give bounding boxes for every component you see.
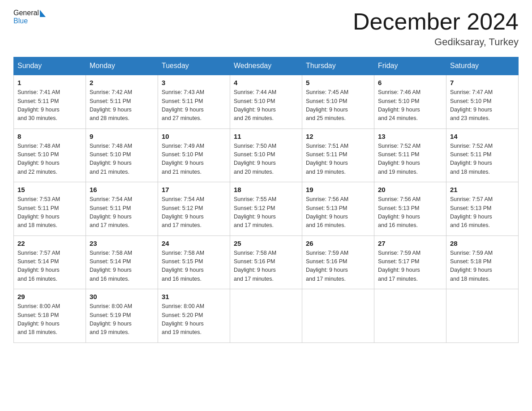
day-number: 1 <box>17 79 82 86</box>
day-info: Sunrise: 7:44 AMSunset: 5:10 PMDaylight:… <box>234 88 298 123</box>
day-number: 11 <box>234 133 298 140</box>
day-info: Sunrise: 7:59 AMSunset: 5:18 PMDaylight:… <box>450 249 515 284</box>
week-row-5: 29Sunrise: 8:00 AMSunset: 5:18 PMDayligh… <box>14 289 519 343</box>
calendar-cell: 9Sunrise: 7:48 AMSunset: 5:10 PMDaylight… <box>86 128 158 182</box>
day-info: Sunrise: 7:56 AMSunset: 5:13 PMDaylight:… <box>306 195 370 230</box>
calendar-cell: 25Sunrise: 7:58 AMSunset: 5:16 PMDayligh… <box>230 235 302 289</box>
calendar-cell: 19Sunrise: 7:56 AMSunset: 5:13 PMDayligh… <box>302 182 374 236</box>
day-number: 17 <box>162 186 226 193</box>
calendar-cell <box>374 289 446 343</box>
calendar-cell: 14Sunrise: 7:52 AMSunset: 5:11 PMDayligh… <box>446 128 519 182</box>
calendar-cell: 6Sunrise: 7:46 AMSunset: 5:10 PMDaylight… <box>374 75 446 128</box>
calendar-cell: 24Sunrise: 7:58 AMSunset: 5:15 PMDayligh… <box>158 235 230 289</box>
day-number: 28 <box>450 240 515 247</box>
logo: General Blue <box>13 9 46 25</box>
calendar-cell: 15Sunrise: 7:53 AMSunset: 5:11 PMDayligh… <box>14 182 86 236</box>
day-info: Sunrise: 7:57 AMSunset: 5:14 PMDaylight:… <box>17 249 82 284</box>
calendar-cell: 1Sunrise: 7:41 AMSunset: 5:11 PMDaylight… <box>14 75 86 128</box>
day-info: Sunrise: 7:49 AMSunset: 5:10 PMDaylight:… <box>162 142 226 177</box>
calendar-cell <box>302 289 374 343</box>
week-row-1: 1Sunrise: 7:41 AMSunset: 5:11 PMDaylight… <box>14 75 519 128</box>
day-number: 18 <box>234 186 298 193</box>
day-info: Sunrise: 7:52 AMSunset: 5:11 PMDaylight:… <box>378 142 442 177</box>
calendar-cell: 17Sunrise: 7:54 AMSunset: 5:12 PMDayligh… <box>158 182 230 236</box>
day-info: Sunrise: 7:45 AMSunset: 5:10 PMDaylight:… <box>306 88 370 123</box>
calendar-cell: 7Sunrise: 7:47 AMSunset: 5:10 PMDaylight… <box>446 75 519 128</box>
day-number: 10 <box>162 133 226 140</box>
header-saturday: Saturday <box>446 57 519 75</box>
day-number: 25 <box>234 240 298 247</box>
day-info: Sunrise: 7:54 AMSunset: 5:12 PMDaylight:… <box>162 195 226 230</box>
calendar-cell: 26Sunrise: 7:59 AMSunset: 5:16 PMDayligh… <box>302 235 374 289</box>
page-header: General Blue December 2024 Gediksaray, T… <box>13 9 519 48</box>
calendar-cell: 16Sunrise: 7:54 AMSunset: 5:11 PMDayligh… <box>86 182 158 236</box>
header-monday: Monday <box>86 57 158 75</box>
calendar-cell: 8Sunrise: 7:48 AMSunset: 5:10 PMDaylight… <box>14 128 86 182</box>
day-info: Sunrise: 7:52 AMSunset: 5:11 PMDaylight:… <box>450 142 515 177</box>
day-info: Sunrise: 7:54 AMSunset: 5:11 PMDaylight:… <box>90 195 154 230</box>
day-number: 19 <box>306 186 370 193</box>
day-info: Sunrise: 7:59 AMSunset: 5:16 PMDaylight:… <box>306 249 370 284</box>
day-info: Sunrise: 7:48 AMSunset: 5:10 PMDaylight:… <box>90 142 154 177</box>
logo-blue-text: Blue <box>13 17 28 25</box>
month-title: December 2024 <box>353 9 519 34</box>
calendar-cell: 13Sunrise: 7:52 AMSunset: 5:11 PMDayligh… <box>374 128 446 182</box>
calendar-table: SundayMondayTuesdayWednesdayThursdayFrid… <box>13 57 519 343</box>
calendar-header-row: SundayMondayTuesdayWednesdayThursdayFrid… <box>14 57 519 75</box>
day-info: Sunrise: 7:42 AMSunset: 5:11 PMDaylight:… <box>90 88 154 123</box>
calendar-cell: 27Sunrise: 7:59 AMSunset: 5:17 PMDayligh… <box>374 235 446 289</box>
calendar-cell: 10Sunrise: 7:49 AMSunset: 5:10 PMDayligh… <box>158 128 230 182</box>
day-number: 13 <box>378 133 442 140</box>
day-info: Sunrise: 7:51 AMSunset: 5:11 PMDaylight:… <box>306 142 370 177</box>
calendar-cell: 28Sunrise: 7:59 AMSunset: 5:18 PMDayligh… <box>446 235 519 289</box>
calendar-cell <box>230 289 302 343</box>
day-number: 16 <box>90 186 154 193</box>
day-number: 15 <box>17 186 82 193</box>
calendar-cell: 29Sunrise: 8:00 AMSunset: 5:18 PMDayligh… <box>14 289 86 343</box>
calendar-cell: 4Sunrise: 7:44 AMSunset: 5:10 PMDaylight… <box>230 75 302 128</box>
week-row-4: 22Sunrise: 7:57 AMSunset: 5:14 PMDayligh… <box>14 235 519 289</box>
day-info: Sunrise: 7:47 AMSunset: 5:10 PMDaylight:… <box>450 88 515 123</box>
day-number: 22 <box>17 240 82 247</box>
calendar-cell: 2Sunrise: 7:42 AMSunset: 5:11 PMDaylight… <box>86 75 158 128</box>
calendar-cell <box>446 289 519 343</box>
week-row-3: 15Sunrise: 7:53 AMSunset: 5:11 PMDayligh… <box>14 182 519 236</box>
calendar-cell: 31Sunrise: 8:00 AMSunset: 5:20 PMDayligh… <box>158 289 230 343</box>
calendar-cell: 12Sunrise: 7:51 AMSunset: 5:11 PMDayligh… <box>302 128 374 182</box>
calendar-cell: 30Sunrise: 8:00 AMSunset: 5:19 PMDayligh… <box>86 289 158 343</box>
header-sunday: Sunday <box>14 57 86 75</box>
calendar-cell: 22Sunrise: 7:57 AMSunset: 5:14 PMDayligh… <box>14 235 86 289</box>
day-info: Sunrise: 7:58 AMSunset: 5:16 PMDaylight:… <box>234 249 298 284</box>
logo-arrow-icon <box>40 10 46 17</box>
day-number: 14 <box>450 133 515 140</box>
day-number: 7 <box>450 79 515 86</box>
calendar-cell: 3Sunrise: 7:43 AMSunset: 5:11 PMDaylight… <box>158 75 230 128</box>
calendar-cell: 23Sunrise: 7:58 AMSunset: 5:14 PMDayligh… <box>86 235 158 289</box>
location-label: Gediksaray, Turkey <box>353 36 519 48</box>
day-info: Sunrise: 7:57 AMSunset: 5:13 PMDaylight:… <box>450 195 515 230</box>
day-number: 29 <box>17 293 82 300</box>
day-number: 26 <box>306 240 370 247</box>
day-info: Sunrise: 8:00 AMSunset: 5:19 PMDaylight:… <box>90 302 154 337</box>
calendar-cell: 18Sunrise: 7:55 AMSunset: 5:12 PMDayligh… <box>230 182 302 236</box>
day-number: 4 <box>234 79 298 86</box>
day-info: Sunrise: 7:48 AMSunset: 5:10 PMDaylight:… <box>17 142 82 177</box>
day-info: Sunrise: 8:00 AMSunset: 5:18 PMDaylight:… <box>17 302 82 337</box>
day-info: Sunrise: 7:41 AMSunset: 5:11 PMDaylight:… <box>17 88 82 123</box>
day-number: 5 <box>306 79 370 86</box>
day-info: Sunrise: 7:53 AMSunset: 5:11 PMDaylight:… <box>17 195 82 230</box>
day-info: Sunrise: 7:43 AMSunset: 5:11 PMDaylight:… <box>162 88 226 123</box>
day-number: 30 <box>90 293 154 300</box>
day-number: 24 <box>162 240 226 247</box>
calendar-cell: 20Sunrise: 7:56 AMSunset: 5:13 PMDayligh… <box>374 182 446 236</box>
day-info: Sunrise: 7:56 AMSunset: 5:13 PMDaylight:… <box>378 195 442 230</box>
day-number: 31 <box>162 293 226 300</box>
day-number: 8 <box>17 133 82 140</box>
calendar-cell: 21Sunrise: 7:57 AMSunset: 5:13 PMDayligh… <box>446 182 519 236</box>
header-tuesday: Tuesday <box>158 57 230 75</box>
day-info: Sunrise: 8:00 AMSunset: 5:20 PMDaylight:… <box>162 302 226 337</box>
day-number: 27 <box>378 240 442 247</box>
header-thursday: Thursday <box>302 57 374 75</box>
header-wednesday: Wednesday <box>230 57 302 75</box>
header-friday: Friday <box>374 57 446 75</box>
